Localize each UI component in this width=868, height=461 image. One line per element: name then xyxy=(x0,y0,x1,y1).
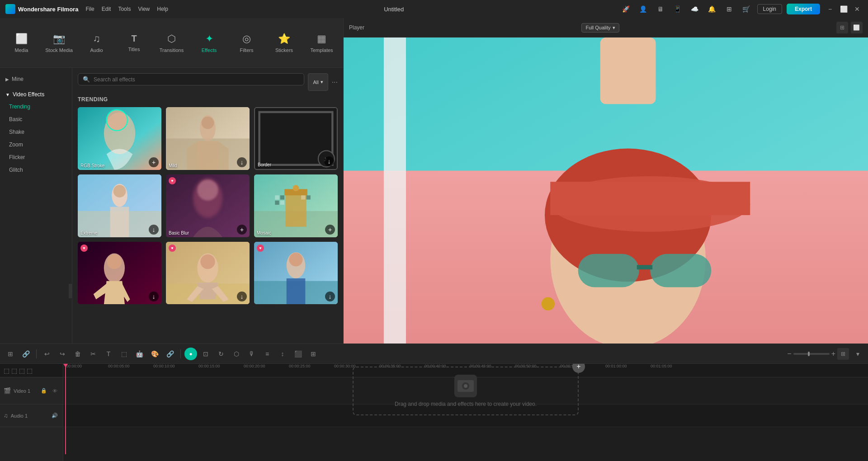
effect-fx3-premium-badge: ♥ xyxy=(257,245,264,252)
timeline-btn-2[interactable]: ↻ xyxy=(214,347,228,361)
export-button[interactable]: Export xyxy=(787,4,820,14)
effect-border-add-button[interactable]: ↓ xyxy=(324,156,334,166)
text-button[interactable]: T xyxy=(102,347,115,361)
effect-basic-blur-add-button[interactable]: + xyxy=(237,225,247,235)
more-options-button[interactable]: ▾ xyxy=(851,347,864,361)
close-button[interactable]: ✕ xyxy=(852,4,863,14)
sidebar-item-zoom[interactable]: Zoom xyxy=(0,138,72,151)
maximize-button[interactable]: ⬜ xyxy=(838,4,849,14)
tool-templates[interactable]: ▦ Templates xyxy=(304,23,340,63)
menu-edit[interactable]: Edit xyxy=(102,6,111,12)
rocket-icon[interactable]: 🚀 xyxy=(620,3,632,15)
sidebar-item-shake[interactable]: Shake xyxy=(0,126,72,138)
app-name: Wondershare Filmora xyxy=(18,6,78,13)
tool-stickers[interactable]: ⭐ Stickers xyxy=(266,23,302,63)
menu-file[interactable]: File xyxy=(85,6,94,12)
timeline-btn-8[interactable]: ⊞ xyxy=(307,347,320,361)
record-button[interactable]: ● xyxy=(184,348,197,360)
effect-mild[interactable]: Mild ↓ xyxy=(166,107,250,170)
audio-volume-button[interactable]: 🔊 xyxy=(50,411,59,420)
effect-rgb-stroke[interactable]: RGB Stroke + xyxy=(78,107,161,170)
tool-effects[interactable]: ✦ Effects xyxy=(191,23,227,63)
timeline-add-media-button[interactable]: ⊞ xyxy=(4,347,17,361)
phone-icon[interactable]: 📱 xyxy=(671,3,684,15)
svg-rect-29 xyxy=(280,201,284,205)
video-track-buttons: 🔒 👁 xyxy=(39,386,59,395)
bell-icon[interactable]: 🔔 xyxy=(706,3,718,15)
monitor-icon[interactable]: 🖥 xyxy=(654,3,667,15)
sidebar-item-flicker[interactable]: Flicker xyxy=(0,151,72,164)
zoom-in-button[interactable]: + xyxy=(831,350,835,358)
add-track-button-2[interactable]: ⬚ xyxy=(11,367,17,374)
effect-mosaic[interactable]: Mosaic + xyxy=(254,174,338,237)
cart-icon[interactable]: 🛒 xyxy=(740,3,753,15)
portrait-view-button[interactable]: ⬜ xyxy=(851,22,863,33)
zoom-slider[interactable] xyxy=(793,353,830,355)
tool-transitions[interactable]: ⬡ Transitions xyxy=(154,23,189,63)
video-eye-button[interactable]: 👁 xyxy=(50,386,59,395)
sidebar-item-glitch[interactable]: Glitch xyxy=(0,164,72,176)
menu-tools[interactable]: Tools xyxy=(118,6,131,12)
effect-basic-blur[interactable]: ♥ Basic Blur + xyxy=(166,174,250,237)
quality-select[interactable]: Full Quality ▾ xyxy=(581,23,619,33)
drop-zone-icon xyxy=(454,375,477,397)
svg-point-20 xyxy=(197,179,218,200)
menu-help[interactable]: Help xyxy=(157,6,168,12)
add-track-button-4[interactable]: ⬚ xyxy=(27,367,33,374)
menu-view[interactable]: View xyxy=(138,6,150,12)
effect-rgb-stroke-add-button[interactable]: + xyxy=(149,157,159,167)
tool-titles[interactable]: T Titles xyxy=(116,23,152,63)
apps-icon[interactable]: ⊞ xyxy=(723,3,736,15)
sidebar-section-mine-header[interactable]: ▶ Mine xyxy=(0,73,72,85)
effect-extreme[interactable]: Extreme ↓ xyxy=(78,174,161,237)
filter-label: All xyxy=(313,80,318,85)
crop-button[interactable]: ⬚ xyxy=(117,347,131,361)
timeline-btn-3[interactable]: ⬡ xyxy=(230,347,243,361)
undo-button[interactable]: ↩ xyxy=(40,347,54,361)
tool-audio[interactable]: ♫ Audio xyxy=(79,23,114,63)
tool-media[interactable]: ⬜ Media xyxy=(4,23,39,63)
sidebar-section-video-effects-header[interactable]: ▼ Video Effects xyxy=(0,89,72,100)
cloud-icon[interactable]: ☁️ xyxy=(689,3,701,15)
add-track-button-3[interactable]: ⬚ xyxy=(19,367,25,374)
track-add-row: ⬚ ⬚ ⬚ ⬚ xyxy=(0,364,63,377)
filter-button[interactable]: All ▾ xyxy=(308,73,328,91)
svg-rect-28 xyxy=(275,201,279,205)
timeline-btn-6[interactable]: ↕ xyxy=(276,347,289,361)
effect-mosaic-add-button[interactable]: + xyxy=(325,225,335,235)
sidebar-item-basic[interactable]: Basic xyxy=(0,113,72,126)
sidebar-item-trending[interactable]: Trending xyxy=(0,100,72,113)
color-button[interactable]: 🎨 xyxy=(148,347,161,361)
effect-border[interactable]: ♪ Border ↓ xyxy=(254,107,338,170)
login-button[interactable]: Login xyxy=(757,4,782,14)
search-input[interactable] xyxy=(94,76,299,83)
video-lock-button[interactable]: 🔒 xyxy=(39,386,48,395)
grid-view-button[interactable]: ⊞ xyxy=(836,22,848,33)
delete-button[interactable]: 🗑 xyxy=(71,347,85,361)
timeline-btn-7[interactable]: ⬛ xyxy=(291,347,305,361)
effect-extreme-add-button[interactable]: ↓ xyxy=(149,225,159,235)
effect-mild-add-button[interactable]: ↓ xyxy=(237,157,247,167)
sidebar-collapse-button[interactable]: ‹ xyxy=(69,284,72,298)
redo-button[interactable]: ↪ xyxy=(56,347,69,361)
tool-filters[interactable]: ◎ Filters xyxy=(229,23,264,63)
templates-icon: ▦ xyxy=(317,33,326,45)
grid-view-btn[interactable]: ⊞ xyxy=(837,348,849,360)
more-button[interactable]: ··· xyxy=(332,73,338,91)
effect-fx1[interactable]: ♥ ↓ xyxy=(78,242,161,305)
ai-button[interactable]: 🤖 xyxy=(132,347,146,361)
window-title: Untitled xyxy=(384,6,404,13)
cut-button[interactable]: ✂ xyxy=(86,347,100,361)
account-icon[interactable]: 👤 xyxy=(637,3,650,15)
tool-stock-media[interactable]: 📷 Stock Media xyxy=(41,23,77,63)
effect-fx3[interactable]: ♥ ↓ xyxy=(254,242,338,305)
minimize-button[interactable]: − xyxy=(825,4,835,14)
link-button[interactable]: 🔗 xyxy=(163,347,177,361)
timeline-btn-4[interactable]: 🎙 xyxy=(245,347,259,361)
add-track-button-1[interactable]: ⬚ xyxy=(4,367,9,374)
effect-fx2[interactable]: ♥ ↓ xyxy=(166,242,250,305)
timeline-btn-1[interactable]: ⊡ xyxy=(199,347,212,361)
timeline-snap-button[interactable]: 🔗 xyxy=(19,347,33,361)
zoom-out-button[interactable]: − xyxy=(787,350,791,358)
timeline-btn-5[interactable]: ≡ xyxy=(260,347,274,361)
